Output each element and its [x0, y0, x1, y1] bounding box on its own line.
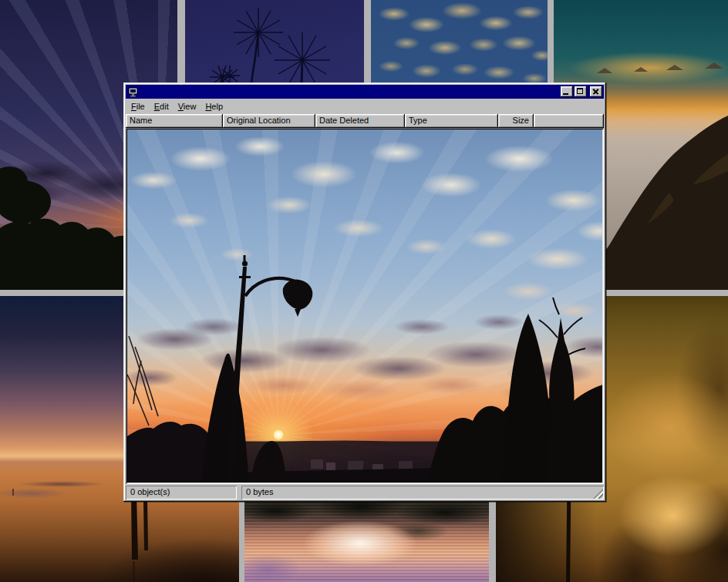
computer-icon[interactable] [128, 87, 139, 97]
menu-bar: File Edit View Help [126, 99, 604, 114]
status-object-count: 0 object(s) [126, 486, 237, 500]
minimize-button[interactable] [561, 86, 573, 97]
menu-file[interactable]: File [126, 100, 150, 113]
column-header-original-location[interactable]: Original Location [223, 114, 315, 128]
list-column-headers: Name Original Location Date Deleted Type… [126, 114, 604, 128]
desktop: { "desktop": { "wallpaper_photos": [ {"i… [0, 0, 728, 582]
minimize-icon [563, 93, 568, 95]
menu-help[interactable]: Help [201, 100, 228, 113]
column-header-size[interactable]: Size [498, 114, 534, 128]
column-header-blank[interactable] [534, 114, 604, 128]
list-view-area[interactable] [126, 128, 604, 484]
title-bar[interactable] [126, 85, 604, 99]
maximize-icon [577, 88, 583, 94]
column-header-name[interactable]: Name [126, 114, 223, 128]
column-header-type[interactable]: Type [405, 114, 498, 128]
status-byte-count: 0 bytes [241, 486, 604, 500]
water-ripples [244, 496, 489, 582]
recycle-bin-window: File Edit View Help Name Original Locati… [123, 82, 606, 502]
sunset-lamppost-photo [127, 130, 602, 483]
column-header-date-deleted[interactable]: Date Deleted [315, 114, 405, 128]
maximize-button[interactable] [575, 86, 587, 97]
close-button[interactable] [590, 86, 602, 97]
menu-view[interactable]: View [174, 100, 201, 113]
status-bar: 0 object(s) 0 bytes [126, 486, 604, 500]
foreground-silhouettes [127, 130, 602, 483]
menu-edit[interactable]: Edit [150, 100, 174, 113]
